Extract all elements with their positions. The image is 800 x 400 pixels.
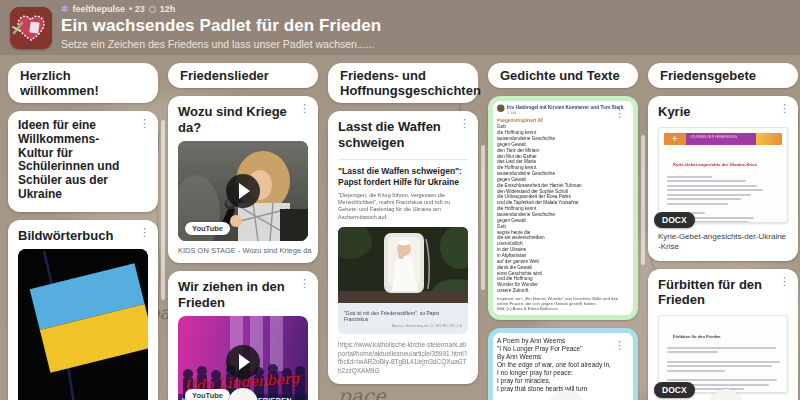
section-herzlich-willkommen: Herzlich willkommen! Ideen für eine Will… xyxy=(8,63,158,400)
author-name: feelthepulse xyxy=(73,4,126,15)
section-gedichte-und-texte: Gedichte und Texte Iris Haidvogel mit Ki… xyxy=(488,63,638,400)
post-card-ideen[interactable]: Ideen für eine Willkommens-Kultur für Sc… xyxy=(8,111,158,212)
contributor-count: • 23 xyxy=(129,4,145,15)
post-title: Lasst die Waffen schweigen xyxy=(328,111,478,154)
post-title: Ideen für eine Willkommens-Kultur für Sc… xyxy=(8,111,158,206)
kebab-menu-icon[interactable] xyxy=(299,278,310,289)
scrollbar-thumb[interactable] xyxy=(481,145,485,290)
scrollbar-thumb[interactable] xyxy=(641,135,645,265)
section-header[interactable]: Herzlich willkommen! xyxy=(8,63,158,103)
section-friedensgebete: Friedensgebete Kyrie ✛ LITURGIEN DER VER… xyxy=(648,63,798,400)
post-card-facebook-poem[interactable]: Iris Haidvogel mit Kirsten Kemmerer und … xyxy=(488,96,638,320)
scrollbar-thumb[interactable] xyxy=(161,120,165,300)
section-friedenslieder: Friedenslieder Wozu sind Kriege da? xyxy=(168,63,318,400)
post-card-kyrie[interactable]: Kyrie ✛ LITURGIEN DER VERHEISSUNG Kyrie-… xyxy=(648,96,798,261)
docx-chip[interactable]: DOCX xyxy=(654,212,695,228)
image-credit: Mazur, cbcew.org.uk CC BY-NC-ND 2.0 xyxy=(344,323,462,328)
board-age: 12h xyxy=(160,4,176,15)
poem-text: A Poem by Ann Weems "I No Longer Pray Fo… xyxy=(497,337,629,393)
kebab-menu-icon[interactable] xyxy=(139,227,150,238)
document-title: Fürbitten für den Frieden xyxy=(673,334,788,339)
section-header[interactable]: Gedichte und Texte xyxy=(488,63,638,88)
facebook-avatar xyxy=(497,105,505,113)
article-description: "Diejenigen, die Krieg führen, vergessen… xyxy=(338,191,468,220)
kebab-menu-icon[interactable] xyxy=(779,276,790,287)
board-meta: feelthepulse • 23 12h xyxy=(61,4,381,15)
post-title: Wozu sind Kriege da? xyxy=(168,96,318,139)
section-header[interactable]: Friedensgebete xyxy=(648,63,798,88)
kebab-menu-icon[interactable] xyxy=(299,103,310,114)
divider xyxy=(338,159,468,160)
post-title: Bildwörterbuch xyxy=(8,220,158,248)
attachment-filename: Kyrie-Gebet-angesichts-der-Ukraine-Krise xyxy=(648,223,798,261)
plus-icon: ✛ xyxy=(664,133,686,145)
sparkle-icon xyxy=(61,4,69,15)
play-icon[interactable] xyxy=(226,345,260,379)
post-title: Kyrie xyxy=(648,96,798,124)
document-preview[interactable]: ✛ LITURGIEN DER VERHEISSUNG Kyrie-Gebet … xyxy=(658,127,788,223)
board-header: feelthepulse • 23 12h Ein wachsendes Pad… xyxy=(0,0,800,55)
sun-graphic xyxy=(756,133,782,145)
document-banner: ✛ LITURGIEN DER VERHEISSUNG xyxy=(664,133,782,145)
play-icon[interactable] xyxy=(226,174,260,208)
kebab-menu-icon[interactable] xyxy=(779,103,790,114)
section-header[interactable]: Friedenslieder xyxy=(168,63,318,88)
board-avatar xyxy=(10,7,52,49)
post-card-wir-ziehen[interactable]: Wir ziehen in den Frieden xyxy=(168,271,318,400)
facebook-timestamp: 1 Std. · xyxy=(507,111,625,116)
pope-francis-image xyxy=(338,227,468,303)
post-title: Wir ziehen in den Frieden xyxy=(168,271,318,314)
section-header[interactable]: Friedens- und Hoffnungsgeschichten xyxy=(328,63,478,103)
post-card-waffen-schweigen[interactable]: Lasst die Waffen schweigen "Lasst die Wa… xyxy=(328,111,478,384)
board-title: Ein wachsendes Padlet für den Frieden xyxy=(61,15,381,36)
document-preview[interactable]: Fürbitten für den Frieden DOCX xyxy=(658,315,788,393)
post-card-fuerbitten[interactable]: Fürbitten für den Frieden Fürbitten für … xyxy=(648,269,798,400)
kebab-menu-icon[interactable] xyxy=(139,118,150,129)
poem-text: Gott die Hoffnung kennt tausendundeine G… xyxy=(497,124,629,294)
post-title: Fürbitten für den Frieden xyxy=(648,269,798,312)
youtube-chip[interactable]: YouTube xyxy=(185,222,230,235)
post-caption: KIDS ON STAGE - Wozu sind Kriege da xyxy=(168,241,318,263)
poem-attribution: Inspiriert von: „Ein kleines Wunder“ von… xyxy=(497,296,629,312)
ukraine-flag-art xyxy=(18,249,148,400)
post-card-bildwoerterbuch[interactable]: Bildwörterbuch tueftelakademie.de Bilder… xyxy=(8,220,158,400)
board-canvas: mir paz paix pace Herzlich willkommen! I… xyxy=(0,55,800,400)
docx-chip[interactable]: DOCX xyxy=(654,382,695,398)
article-headline: "Lasst die Waffen schweigen": Papst ford… xyxy=(338,166,468,188)
facebook-author: Iris Haidvogel mit Kirsten Kemmerer und … xyxy=(507,105,625,111)
youtube-chip[interactable]: YouTube xyxy=(185,389,230,400)
post-card-wozu-kriege[interactable]: Wozu sind Kriege da? xyxy=(168,96,318,263)
article-link-preview[interactable]: "Gott ist mit den Friedensstiftern", so … xyxy=(338,227,468,334)
document-title: Kyrie-Gebet angesichts der Ukraine-Krise xyxy=(673,162,788,167)
clock-icon xyxy=(149,6,156,13)
kebab-menu-icon[interactable] xyxy=(459,118,470,129)
section-friedensgeschichten: Friedens- und Hoffnungsgeschichten Lasst… xyxy=(328,63,478,400)
ukraine-flag-image[interactable]: tueftelakademie.de xyxy=(18,249,148,400)
board-subtitle: Setze ein Zeichen des Friedens und lass … xyxy=(61,38,381,51)
article-url-link[interactable]: https://www.katholische-kirche-steiermar… xyxy=(338,340,468,375)
heart-lights-image xyxy=(10,7,52,49)
video-thumbnail-girl-singing[interactable]: YouTube xyxy=(178,141,308,241)
banner-text: LITURGIEN DER VERHEISSUNG xyxy=(690,135,737,138)
image-caption: "Gott ist mit den Friedensstiftern", so … xyxy=(344,310,462,322)
